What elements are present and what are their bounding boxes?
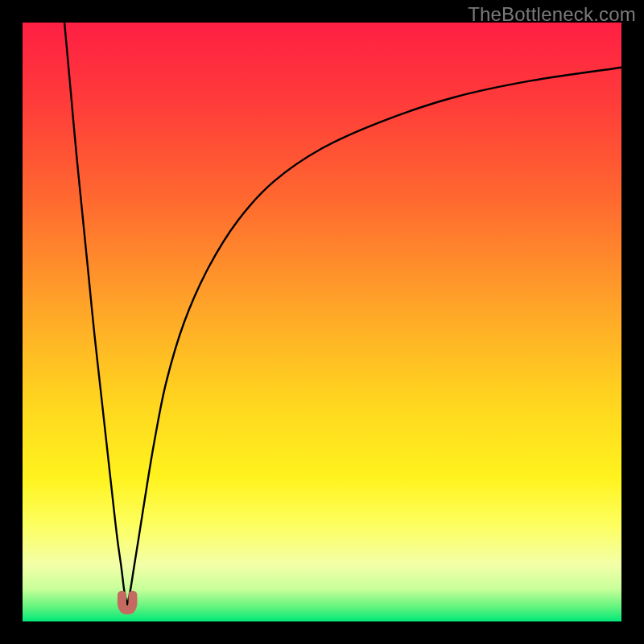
chart-frame: TheBottleneck.com — [0, 0, 644, 644]
curve-right-branch — [127, 68, 621, 605]
watermark-text: TheBottleneck.com — [468, 3, 636, 26]
curve-left-branch — [64, 23, 127, 605]
plot-area — [23, 23, 621, 621]
bottleneck-curve — [23, 23, 621, 621]
